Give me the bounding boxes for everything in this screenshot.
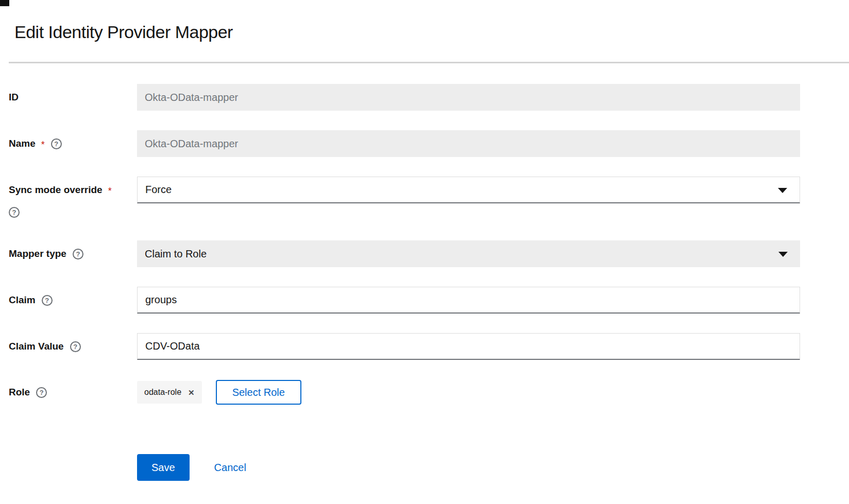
mapper-type-label: Mapper type (9, 248, 66, 259)
form-row-sync-mode-override: Sync mode override * ? Force (0, 177, 849, 218)
sync-mode-selected-value: Force (145, 184, 172, 196)
name-label: Name (9, 138, 36, 149)
role-label: Role (9, 387, 30, 398)
question-circle-icon[interactable]: ? (70, 341, 81, 352)
screen-corner-artifact (0, 0, 9, 6)
form-row-name: Name * ? (0, 130, 849, 157)
mapper-type-selected-value: Claim to Role (145, 248, 207, 260)
role-chip-label: odata-role (144, 388, 181, 397)
save-button[interactable]: Save (137, 454, 190, 481)
form-row-mapper-type: Mapper type ? Claim to Role (0, 240, 849, 267)
name-input (137, 130, 800, 157)
cancel-link[interactable]: Cancel (214, 462, 246, 474)
question-circle-icon[interactable]: ? (73, 249, 83, 259)
caret-down-icon (778, 252, 788, 257)
role-chip: odata-role ✕ (137, 381, 202, 404)
claim-label: Claim (9, 294, 36, 306)
form-row-claim-value: Claim Value ? (0, 333, 849, 360)
form-actions: Save Cancel (137, 454, 849, 481)
required-asterisk: * (41, 140, 45, 150)
header-divider (9, 62, 849, 63)
role-label-cell: Role ? (0, 379, 137, 406)
sync-mode-label: Sync mode override (9, 184, 103, 196)
claim-input[interactable] (137, 287, 800, 314)
form-row-role: Role ? odata-role ✕ Select Role (0, 379, 849, 406)
close-icon[interactable]: ✕ (188, 389, 195, 396)
mapper-type-label-cell: Mapper type ? (0, 240, 137, 267)
claim-label-cell: Claim ? (0, 287, 137, 314)
required-asterisk: * (108, 186, 112, 197)
identity-provider-mapper-form: ID Name * ? Sync mode override * ? (0, 84, 849, 481)
claim-value-label-cell: Claim Value ? (0, 333, 137, 360)
question-circle-icon[interactable]: ? (9, 207, 20, 218)
sync-mode-select[interactable]: Force (137, 177, 800, 203)
claim-value-input[interactable] (137, 333, 800, 360)
id-label: ID (9, 92, 19, 103)
claim-value-label: Claim Value (9, 341, 64, 352)
question-circle-icon[interactable]: ? (36, 387, 47, 398)
id-input (137, 84, 800, 111)
question-circle-icon[interactable]: ? (51, 138, 62, 149)
mapper-type-select: Claim to Role (137, 240, 800, 267)
question-circle-icon[interactable]: ? (42, 295, 53, 306)
caret-down-icon (778, 188, 787, 193)
name-label-cell: Name * ? (0, 130, 137, 157)
id-label-cell: ID (0, 84, 137, 111)
page-title: Edit Identity Provider Mapper (0, 0, 849, 40)
form-row-id: ID (0, 84, 849, 111)
form-row-claim: Claim ? (0, 287, 849, 314)
sync-mode-label-cell: Sync mode override * ? (0, 177, 137, 218)
select-role-button[interactable]: Select Role (216, 380, 301, 405)
